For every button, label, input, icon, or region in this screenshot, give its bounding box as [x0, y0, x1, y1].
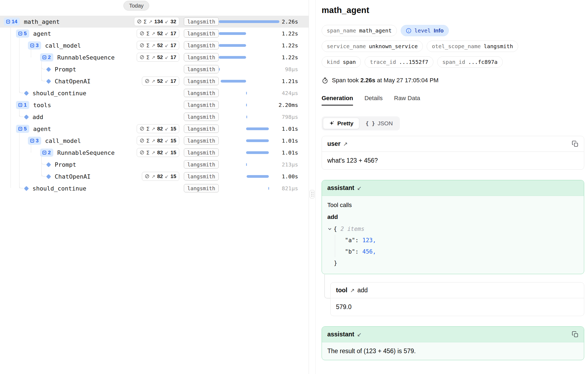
timeline-track [219, 20, 279, 23]
tree-connector [19, 183, 24, 188]
pill-key: level [414, 27, 431, 34]
span-diamond-icon [46, 67, 51, 72]
trace-row[interactable]: should_continue langsmith 424µs [0, 87, 309, 99]
collapse-arrow-icon[interactable]: ↙ [357, 331, 362, 338]
message-role: tool [336, 287, 347, 294]
trace-row[interactable]: 5 agent Σ ↗82 ↙15 langsmith 1.01s [0, 123, 309, 135]
output-arrow-icon: ↙ [165, 150, 169, 155]
message-header: user ↗ [322, 136, 584, 152]
pill-value: ...fc897a [468, 59, 497, 65]
drag-handle[interactable] [310, 190, 315, 198]
json-open-brace: { [334, 226, 337, 232]
span-name: should_continue [32, 185, 86, 192]
span-name: should_continue [32, 90, 86, 97]
collapse-badge[interactable]: 3 [28, 137, 41, 145]
pill-key: service_name [327, 43, 366, 50]
timeline-track [219, 56, 279, 59]
collapse-badge[interactable]: 5 [16, 29, 29, 38]
span-name: math_agent [24, 18, 60, 25]
span-name: RunnableSequence [57, 149, 115, 156]
json-entry: "b":456, [345, 246, 579, 257]
message-body: what's 123 + 456? [322, 152, 584, 169]
tab-details[interactable]: Details [364, 95, 383, 106]
expand-arrow-icon[interactable]: ↗ [343, 141, 348, 147]
langsmith-tag: langsmith [184, 17, 219, 26]
collapse-badge[interactable]: 2 [40, 149, 53, 157]
langsmith-tag: langsmith [184, 65, 219, 73]
trace-row[interactable]: 3 call_model Σ ↗52 ↙17 langsmith 1.22s [0, 40, 309, 51]
tab-raw-data[interactable]: Raw Data [394, 95, 420, 106]
output-arrow-icon: ↙ [165, 174, 169, 179]
duration-label: 424µs [282, 87, 298, 99]
collapse-arrow-icon[interactable]: ↙ [357, 185, 362, 191]
langsmith-tag: langsmith [184, 29, 219, 38]
input-arrow-icon: ↗ [149, 19, 152, 24]
input-arrow-icon: ↗ [151, 43, 155, 48]
collapse-badge[interactable]: 3 [28, 41, 41, 50]
tool-calls-label: Tool calls [327, 202, 579, 209]
message-role: assistant [327, 331, 354, 338]
span-name: tools [33, 102, 51, 109]
pretty-button[interactable]: Pretty [323, 118, 359, 129]
json-button[interactable]: { } JSON [360, 118, 398, 129]
collapse-badge[interactable]: 5 [16, 125, 29, 133]
input-arrow-icon: ↗ [151, 78, 155, 84]
langsmith-tag: langsmith [184, 113, 219, 121]
trace-row[interactable]: 2 RunnableSequence Σ ↗82 ↙15 langsmith 1… [0, 147, 309, 159]
trace-row[interactable]: 1 tools langsmith 2.20ms [0, 99, 309, 111]
token-usage-badge: ↗82 ↙15 [142, 172, 179, 181]
trace-row[interactable]: Prompt langsmith 213µs [0, 159, 309, 170]
collapse-badge[interactable]: 14 [4, 18, 20, 26]
token-coin-icon [137, 19, 142, 24]
tab-generation[interactable]: Generation [322, 95, 353, 106]
copy-button[interactable] [572, 140, 579, 147]
trace-row[interactable]: add langsmith 798µs [0, 111, 309, 123]
token-coin-icon [140, 150, 144, 155]
sparkles-icon [329, 120, 335, 126]
pill-value: span [343, 59, 356, 65]
trace-row[interactable]: 3 call_model Σ ↗82 ↙15 langsmith 1.01s [0, 135, 309, 147]
copy-button[interactable] [572, 331, 579, 338]
today-filter-pill[interactable]: Today [123, 1, 149, 11]
trace-row[interactable]: ChatOpenAI ↗82 ↙15 langsmith 1.00s [0, 170, 309, 182]
json-value: 456, [362, 248, 376, 255]
timeline-track [219, 127, 279, 130]
trace-row[interactable]: 5 agent Σ ↗52 ↙17 langsmith 1.22s [0, 28, 309, 40]
span-diamond-icon [46, 162, 51, 167]
token-usage-badge: Σ ↗52 ↙17 [137, 29, 179, 38]
pill-row-2: service_nameunknown_serviceotel_scope_na… [322, 41, 584, 52]
langsmith-tag: langsmith [184, 148, 219, 157]
pill-key: trace_id [370, 59, 396, 65]
collapse-minus-icon [18, 127, 22, 131]
token-coin-icon [140, 55, 144, 60]
output-arrow-icon: ↙ [165, 78, 169, 84]
timeline-track [219, 92, 279, 94]
collapse-chevron-icon[interactable] [327, 227, 332, 231]
expand-arrow-icon[interactable]: ↗ [350, 287, 355, 294]
trace-row[interactable]: 14 math_agent Σ ↗134 ↙32 langsmith 2.26s [0, 16, 309, 28]
token-usage-badge: Σ ↗82 ↙15 [137, 136, 179, 145]
pill-value: unknown_service [369, 43, 418, 50]
duration-bar [219, 20, 279, 23]
tool-name: add [357, 287, 368, 294]
output-arrow-icon: ↙ [165, 55, 169, 60]
collapse-minus-icon [43, 151, 46, 155]
sigma-icon: Σ [146, 54, 149, 60]
token-coin-icon [140, 126, 144, 131]
duration-bar [246, 163, 247, 166]
duration-bar [268, 187, 269, 190]
duration-label: 1.00s [282, 170, 298, 182]
trace-row[interactable]: should_continue langsmith 821µs [0, 182, 309, 194]
pill-key: span_name [327, 27, 356, 34]
pill-value: math_agent [359, 27, 391, 34]
collapse-badge[interactable]: 1 [16, 101, 29, 109]
duration-bar [246, 104, 247, 106]
trace-row[interactable]: ChatOpenAI ↗52 ↙17 langsmith 1.21s [0, 75, 309, 87]
resize-gutter[interactable] [309, 0, 316, 374]
trace-row[interactable]: 2 RunnableSequence Σ ↗52 ↙17 langsmith 1… [0, 51, 309, 63]
collapse-badge[interactable]: 2 [40, 53, 53, 61]
trace-row[interactable]: Prompt langsmith 98µs [0, 63, 309, 75]
attribute-pill: span_id...fc897a [437, 56, 503, 68]
span-name: ChatOpenAI [55, 173, 90, 180]
timeline-track [219, 32, 279, 35]
